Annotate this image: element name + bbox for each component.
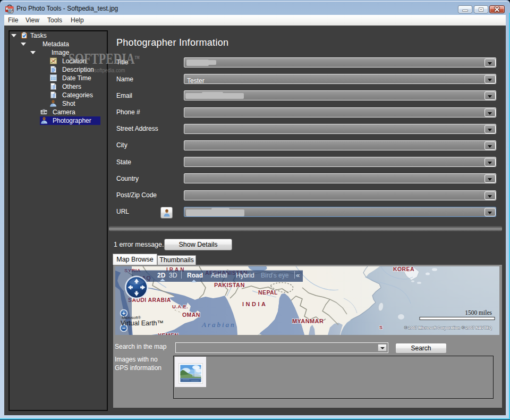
svg-text:Aerial: Aerial xyxy=(211,272,227,279)
svg-text:© 2007 Microsoft Corporation: © 2007 Microsoft Corporation xyxy=(404,325,461,330)
svg-text:Bird's eye: Bird's eye xyxy=(261,272,289,279)
svg-text:Virtual Earth™: Virtual Earth™ xyxy=(121,320,164,327)
svg-text:NEPAL: NEPAL xyxy=(258,289,278,296)
svg-text:3D: 3D xyxy=(169,272,177,279)
svg-text:1500 miles: 1500 miles xyxy=(465,309,492,316)
svg-text:YEMEN: YEMEN xyxy=(158,332,178,335)
svg-text:KOREA: KOREA xyxy=(393,266,414,272)
svg-text:MYANMAR: MYANMAR xyxy=(292,318,324,324)
svg-text:© 2007 NAVTEQ: © 2007 NAVTEQ xyxy=(462,325,492,330)
svg-text:Hybrid: Hybrid xyxy=(236,272,254,279)
svg-text:INDIA: INDIA xyxy=(242,301,267,307)
svg-text:U.A.E.: U.A.E. xyxy=(172,304,188,309)
svg-text:Road: Road xyxy=(187,272,203,279)
svg-text:OMAN: OMAN xyxy=(182,312,200,318)
svg-text:2D: 2D xyxy=(157,272,166,279)
svg-text:S: S xyxy=(379,325,382,330)
svg-text:«: « xyxy=(296,271,300,279)
svg-text:PAKISTAN: PAKISTAN xyxy=(214,282,245,288)
svg-text:Arabian: Arabian xyxy=(201,321,236,329)
